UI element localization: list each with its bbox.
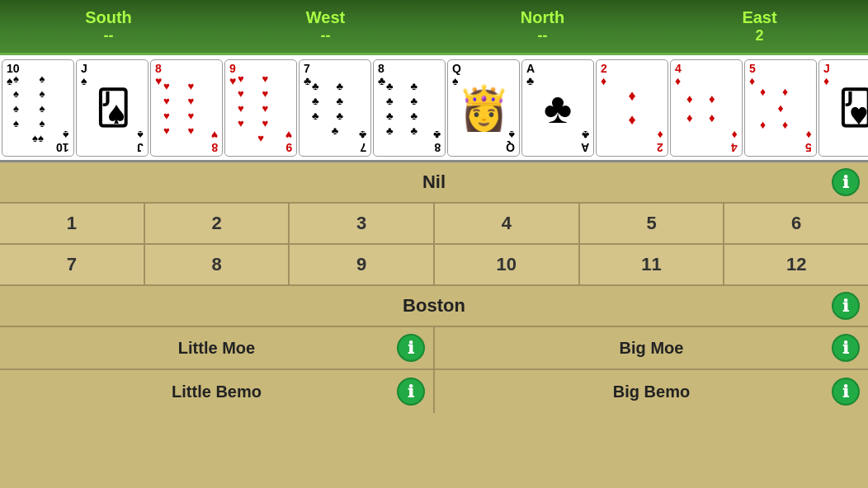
bid-8[interactable]: 8 (145, 245, 290, 284)
big-bemo-cell[interactable]: Big Bemo ℹ (435, 370, 868, 413)
north-header: North -- (434, 0, 651, 53)
west-label: West (306, 8, 345, 27)
big-moe-info-icon: ℹ (842, 338, 849, 358)
boston-row: Boston ℹ (0, 286, 868, 327)
north-score: -- (538, 27, 548, 45)
bid-9[interactable]: 9 (290, 245, 435, 284)
little-bemo-info-icon: ℹ (408, 382, 414, 401)
card-jd[interactable]: J♦ 🂻 J♦ (818, 59, 868, 157)
little-bemo-label: Little Bemo (172, 382, 262, 401)
big-moe-info-button[interactable]: ℹ (832, 334, 860, 362)
boston-label: Boston (403, 295, 465, 317)
little-moe-label: Little Moe (178, 339, 255, 358)
card-qs[interactable]: Q♠ 👸 Q♠ (447, 59, 520, 157)
bid-10[interactable]: 10 (435, 245, 580, 284)
card-7c[interactable]: 7♣ ♣♣♣♣♣♣♣ 7♣ (299, 59, 371, 157)
boston-info-button[interactable]: ℹ (832, 292, 860, 320)
bid-5[interactable]: 5 (580, 204, 725, 243)
big-bemo-label: Big Bemo (613, 382, 690, 401)
card-9h[interactable]: 9♥ ♥♥♥♥♥♥♥♥♥ 9♥ (224, 59, 297, 157)
card-2d[interactable]: 2♦ ♦ ♦ 2♦ (596, 59, 668, 157)
big-moe-label: Big Moe (620, 339, 684, 358)
nil-info-button[interactable]: ℹ (832, 168, 860, 196)
moe-row: Little Moe ℹ Big Moe ℹ (0, 327, 868, 370)
little-bemo-cell[interactable]: Little Bemo ℹ (0, 370, 435, 413)
little-moe-info-icon: ℹ (408, 338, 414, 358)
card-8c[interactable]: 8♣ ♣♣♣♣♣♣♣♣ 8♣ (373, 59, 446, 157)
bid-7[interactable]: 7 (0, 245, 145, 284)
south-header: South -- (0, 0, 217, 53)
bid-11[interactable]: 11 (580, 245, 725, 284)
bemo-row: Little Bemo ℹ Big Bemo ℹ (0, 370, 868, 413)
nil-row: Nil ℹ (0, 162, 868, 204)
bid-grid-row2: 7 8 9 10 11 12 (0, 245, 868, 286)
east-header: East 2 (651, 0, 868, 53)
nil-label: Nil (422, 171, 446, 193)
big-moe-cell[interactable]: Big Moe ℹ (435, 327, 868, 368)
little-bemo-info-button[interactable]: ℹ (397, 378, 425, 406)
card-js[interactable]: J♠ 🂫 J♠ (76, 59, 149, 157)
boston-info-icon: ℹ (842, 296, 849, 316)
cards-area: 10♠ ♠♠♠♠♠♠♠♠♠♠ 10♠ J♠ 🂫 J♠ 8♥ ♥♥♥♥♥♥♥♥ 8… (0, 55, 868, 162)
bid-2[interactable]: 2 (145, 204, 290, 243)
big-bemo-info-icon: ℹ (842, 382, 849, 401)
south-label: South (85, 8, 132, 27)
card-5d[interactable]: 5♦ ♦♦♦♦♦ 5♦ (744, 59, 817, 157)
little-moe-cell[interactable]: Little Moe ℹ (0, 327, 435, 368)
east-label: East (742, 8, 776, 27)
bid-6[interactable]: 6 (724, 204, 868, 243)
west-score: -- (321, 27, 331, 45)
card-8h[interactable]: 8♥ ♥♥♥♥♥♥♥♥ 8♥ (150, 59, 223, 157)
bid-grid-row1: 1 2 3 4 5 6 (0, 204, 868, 245)
bid-4[interactable]: 4 (435, 204, 580, 243)
nil-info-icon: ℹ (842, 172, 849, 192)
bottom-area: Nil ℹ 1 2 3 4 5 6 7 8 9 10 11 12 Boston … (0, 162, 868, 488)
north-label: North (521, 8, 564, 27)
card-10s[interactable]: 10♠ ♠♠♠♠♠♠♠♠♠♠ 10♠ (2, 59, 74, 157)
bid-12[interactable]: 12 (724, 245, 868, 284)
east-score: 2 (755, 27, 763, 45)
header: South -- West -- North -- East 2 (0, 0, 868, 55)
card-ac[interactable]: A♣ ♣ A♣ (521, 59, 594, 157)
little-moe-info-button[interactable]: ℹ (397, 334, 425, 362)
south-score: -- (104, 27, 114, 45)
big-bemo-info-button[interactable]: ℹ (832, 378, 860, 406)
bid-1[interactable]: 1 (0, 204, 145, 243)
bid-3[interactable]: 3 (290, 204, 435, 243)
west-header: West -- (217, 0, 434, 53)
card-4d[interactable]: 4♦ ♦♦♦♦ 4♦ (670, 59, 743, 157)
